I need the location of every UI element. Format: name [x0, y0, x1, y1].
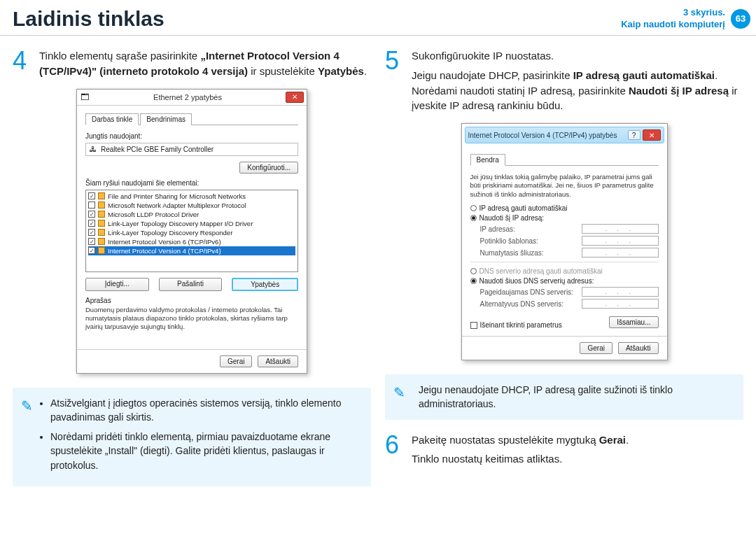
note-box-left: ✎ Atsižvelgiant į įdiegtos operacinės si… [13, 388, 371, 486]
radio-use-ip[interactable]: Naudoti šį IP adresą: [470, 214, 659, 222]
component-icon [98, 192, 105, 199]
checkbox-icon[interactable] [470, 322, 477, 329]
network-items-list[interactable]: ✓File and Printer Sharing for Microsoft … [85, 190, 298, 272]
intro-text: Jei jūsų tinklas tokią galimybę palaiko,… [470, 173, 659, 199]
dialog-footer: Gerai Atšaukti [462, 336, 667, 360]
network-icon: 🗔 [80, 92, 90, 102]
note-icon: ✎ [21, 396, 33, 416]
close-icon[interactable]: ✕ [643, 129, 661, 141]
adapter-field: 🖧 Realtek PCIe GBE Family Controller [85, 143, 298, 156]
list-item: ✓Link-Layer Topology Discovery Mapper I/… [88, 219, 295, 228]
dialog-title: Internet Protocol Version 4 (TCP/IPv4) y… [468, 132, 628, 139]
dialog-titlebar: Internet Protocol Version 4 (TCP/IPv4) y… [465, 127, 664, 143]
chapter-info: 3 skyrius. Kaip naudoti kompiuterį 63 [621, 7, 750, 31]
checkbox-icon[interactable] [88, 202, 95, 209]
dialog-tabs: Bendra [470, 153, 659, 166]
checkbox-icon[interactable]: ✓ [88, 220, 95, 227]
gateway-input[interactable]: . . . [582, 248, 659, 258]
step-6-text: Pakeitę nuostatas spustelėkite mygtuką G… [412, 432, 629, 467]
preferred-dns-label: Pageidaujamas DNS serveris: [480, 288, 582, 296]
list-item: ✓File and Printer Sharing for Microsoft … [88, 192, 295, 201]
step-5-text: Sukonfigūruokite IP nuostatas. Jeigu nau… [412, 48, 743, 113]
step-4-text: Tinklo elementų sąraše pasirinkite „Inte… [39, 48, 371, 79]
close-icon[interactable]: ✕ [286, 92, 304, 103]
step-4: 4 Tinklo elementų sąraše pasirinkite „In… [13, 48, 371, 79]
list-item: Microsoft Network Adapter Multiplexor Pr… [88, 201, 295, 210]
dialog-tabs: Darbas tinkle Bendrinimas [85, 113, 298, 125]
ip-address-label: IP adresas: [480, 225, 582, 233]
step-number: 6 [385, 432, 405, 467]
checkbox-icon[interactable]: ✓ [88, 247, 95, 254]
dialog-titlebar: 🗔 Ethernet 2 ypatybės ✕ [77, 90, 307, 106]
ipv4-properties-dialog: Internet Protocol Version 4 (TCP/IPv4) y… [461, 123, 668, 360]
component-icon [98, 220, 105, 227]
list-item: ✓Link-Layer Topology Discovery Responder [88, 228, 295, 237]
step-number: 4 [13, 48, 32, 79]
dialog-footer: Gerai Atšaukti [77, 349, 307, 373]
note-bullet: Atsižvelgiant į įdiegtos operacinės sist… [50, 396, 361, 425]
cancel-button[interactable]: Atšaukti [618, 342, 659, 354]
page-number: 63 [731, 9, 750, 29]
advanced-button[interactable]: Išsamiau... [609, 316, 658, 328]
component-icon [98, 211, 105, 218]
header-divider [0, 35, 756, 36]
checkbox-icon[interactable]: ✓ [88, 192, 95, 199]
list-item-selected: ✓Internet Protocol Version 4 (TCP/IPv4) [88, 246, 295, 255]
step-6: 6 Pakeitę nuostatas spustelėkite mygtuką… [385, 432, 743, 467]
subnet-mask-input[interactable]: . . . [582, 236, 659, 246]
preferred-dns-input[interactable]: . . . [582, 287, 659, 297]
radio-obtain-ip[interactable]: IP adresą gauti automatiškai [470, 204, 659, 212]
step-5: 5 Sukonfigūruokite IP nuostatas. Jeigu n… [385, 48, 743, 113]
tab-networking[interactable]: Darbas tinkle [85, 113, 139, 125]
page-title: Laidinis tinklas [13, 7, 164, 31]
ip-address-input[interactable]: . . . [582, 224, 659, 234]
page-header: Laidinis tinklas 3 skyrius. Kaip naudoti… [0, 0, 756, 31]
validate-checkbox-row[interactable]: Išeinant tikrinti parametrus [470, 321, 562, 329]
step-number: 5 [385, 48, 405, 113]
note-text: Jeigu nenaudojate DHCP, IP adresą galite… [419, 384, 673, 409]
alternate-dns-input[interactable]: . . . [582, 299, 659, 309]
subnet-mask-label: Potinklio šablonas: [480, 237, 582, 245]
chapter-line1: 3 skyrius. [621, 7, 725, 19]
checkbox-icon[interactable]: ✓ [88, 229, 95, 236]
gateway-label: Numatytasis šliuzas: [480, 249, 582, 257]
list-item: ✓Internet Protocol Version 6 (TCP/IPv6) [88, 237, 295, 246]
dialog-title: Ethernet 2 ypatybės [90, 93, 286, 101]
radio-use-dns[interactable]: Naudoti šiuos DNS serverių adresus: [470, 277, 659, 285]
connect-using-label: Jungtis naudojant: [85, 132, 298, 140]
component-icon [98, 238, 105, 245]
note-bullet: Norėdami pridėti tinklo elementą, pirmia… [50, 430, 361, 472]
ok-button[interactable]: Gerai [580, 342, 612, 354]
alternate-dns-label: Alternatyvus DNS serveris: [480, 300, 582, 308]
component-icon [98, 247, 105, 254]
ok-button[interactable]: Gerai [220, 355, 252, 367]
chapter-line2: Kaip naudoti kompiuterį [621, 19, 725, 31]
ethernet-properties-dialog: 🗔 Ethernet 2 ypatybės ✕ Darbas tinkle Be… [76, 89, 307, 374]
cancel-button[interactable]: Atšaukti [258, 355, 298, 367]
install-button[interactable]: Įdiegti... [85, 278, 149, 291]
uninstall-button[interactable]: Pašalinti [159, 278, 223, 291]
tab-sharing[interactable]: Bendrinimas [140, 113, 192, 125]
list-item: ✓Microsoft LLDP Protocol Driver [88, 210, 295, 219]
tab-general[interactable]: Bendra [470, 154, 505, 166]
adapter-name: Realtek PCIe GBE Family Controller [101, 146, 214, 153]
adapter-icon: 🖧 [90, 146, 97, 153]
checkbox-icon[interactable]: ✓ [88, 211, 95, 218]
help-icon[interactable]: ? [628, 130, 640, 140]
component-icon [98, 229, 105, 236]
items-label: Šiam ryšiui naudojami šie elementai: [85, 179, 298, 187]
radio-obtain-dns[interactable]: DNS serverio adresą gauti automatiškai [470, 267, 659, 275]
note-box-right: ✎ Jeigu nenaudojate DHCP, IP adresą gali… [385, 374, 743, 420]
component-icon [98, 202, 105, 209]
description-label: Aprašas [85, 297, 298, 304]
properties-button[interactable]: Ypatybės [232, 278, 298, 291]
configure-button[interactable]: Konfigūruoti... [239, 162, 298, 174]
note-icon: ✎ [393, 383, 405, 403]
description-text: Duomenų perdavimo valdymo protokolas / i… [85, 306, 298, 342]
checkbox-icon[interactable]: ✓ [88, 238, 95, 245]
